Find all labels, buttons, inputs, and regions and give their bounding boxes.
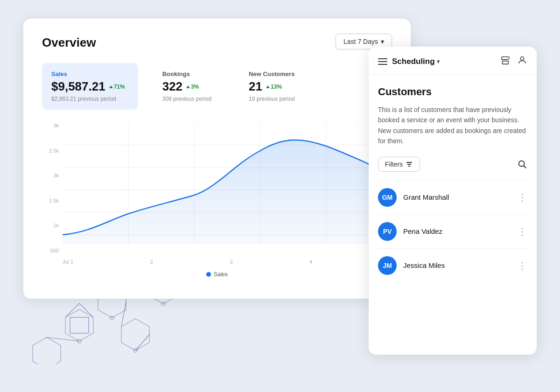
customer-avatar-jm: JM [378, 256, 397, 275]
legend-label: Sales [214, 271, 228, 278]
customer-more-gm[interactable]: ⋮ [518, 192, 527, 203]
filter-icon [406, 161, 413, 168]
svg-line-47 [524, 166, 526, 168]
metric-customers-label: New Customers [249, 70, 295, 77]
svg-line-15 [121, 302, 126, 327]
customer-item: PV Pena Valdez ⋮ [378, 214, 527, 248]
filters-row: Filters [378, 157, 527, 172]
svg-rect-9 [70, 317, 89, 333]
metric-customers-value: 21 13% [249, 79, 295, 94]
svg-marker-5 [65, 309, 93, 341]
customer-more-jm[interactable]: ⋮ [518, 260, 527, 271]
legend-dot [206, 272, 211, 277]
metric-sales-badge: 71% [109, 84, 125, 90]
svg-marker-6 [33, 337, 61, 364]
arrow-up-icon [109, 85, 113, 88]
user-icon[interactable] [517, 55, 527, 68]
customers-body: Customers This is a list of customers th… [369, 75, 537, 282]
metric-sales-prev: $2,863.21 previous period [51, 96, 125, 102]
customer-item: JM Jessica Miles ⋮ [378, 248, 527, 282]
metric-bookings: Bookings 322 3% 309 previous period [153, 63, 224, 110]
metrics-row: Sales $9,587.21 71% $2,863.21 previous p… [42, 63, 392, 110]
customer-name-jm: Jessica Miles [403, 261, 511, 269]
filters-button[interactable]: Filters [378, 157, 420, 172]
chart-x-labels: Jul 1 2 3 4 5 [63, 259, 392, 265]
svg-line-17 [135, 335, 149, 350]
svg-point-46 [519, 161, 525, 166]
customer-item: GM Grant Marshall ⋮ [378, 180, 527, 214]
arrow-up-icon-3 [266, 85, 270, 88]
header-icons [500, 55, 527, 68]
svg-marker-7 [121, 319, 149, 350]
store-icon[interactable] [500, 55, 511, 68]
metric-bookings-value: 322 3% [162, 79, 211, 94]
chevron-down-icon: ▾ [381, 38, 384, 45]
svg-point-42 [520, 57, 524, 60]
chevron-down-icon-scheduling[interactable]: ▾ [437, 58, 440, 65]
customers-description: This is a list of customers that have pr… [378, 105, 527, 147]
customer-more-pv[interactable]: ⋮ [518, 226, 527, 237]
scheduling-header: Scheduling ▾ [369, 47, 537, 75]
date-filter-label: Last 7 Days [343, 38, 378, 45]
metric-bookings-prev: 309 previous period [162, 96, 211, 102]
customer-avatar-gm: GM [378, 188, 397, 207]
metric-sales-value: $9,587.21 71% [51, 79, 125, 94]
customers-card: Scheduling ▾ [369, 47, 537, 355]
customer-name-gm: Grant Marshall [403, 193, 511, 201]
chart-y-labels: 3k 2.5k 2k 1.5k 1k 500 [42, 123, 59, 253]
search-button[interactable] [517, 159, 527, 169]
filters-label: Filters [385, 161, 403, 168]
customer-name-pv: Pena Valdez [403, 227, 511, 235]
chart-legend: Sales [206, 271, 228, 278]
metric-bookings-badge: 3% [186, 84, 199, 90]
metric-sales: Sales $9,587.21 71% $2,863.21 previous p… [42, 63, 138, 110]
metric-new-customers: New Customers 21 13% 19 previous period [239, 63, 308, 110]
customer-avatar-pv: PV [378, 222, 397, 241]
chart-area: 3k 2.5k 2k 1.5k 1k 500 [42, 123, 392, 281]
customer-list: GM Grant Marshall ⋮ PV Pena Valdez ⋮ JM … [378, 180, 527, 282]
overview-card: Overview Last 7 Days ▾ Sales $9,587.21 7… [23, 19, 411, 299]
chart-svg-container [63, 123, 392, 258]
svg-rect-41 [503, 61, 509, 64]
metric-customers-prev: 19 previous period [249, 96, 295, 102]
hamburger-icon[interactable] [378, 58, 387, 65]
arrow-up-icon-2 [186, 85, 190, 88]
svg-line-16 [47, 337, 79, 341]
metric-sales-label: Sales [51, 70, 125, 77]
scheduling-title: Scheduling ▾ [392, 57, 496, 66]
metric-customers-badge: 13% [266, 84, 282, 90]
customers-section-title: Customers [378, 86, 527, 98]
metric-bookings-label: Bookings [162, 70, 211, 77]
